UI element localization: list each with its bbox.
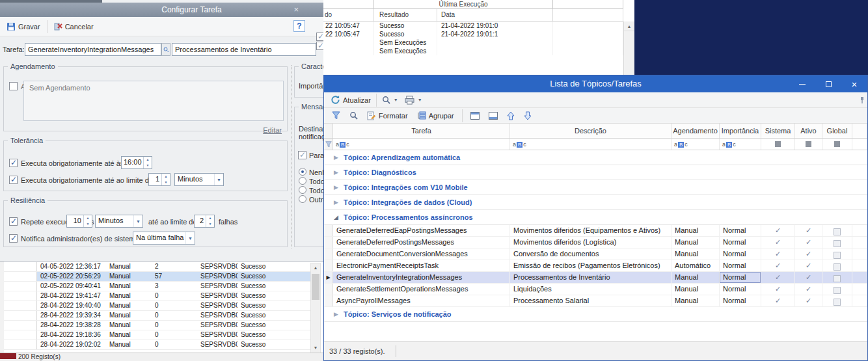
expand-icon[interactable]: ▶ xyxy=(334,169,338,176)
table-row[interactable]: GenerateSettlementOperationsMessages Liq… xyxy=(324,284,867,295)
table-row[interactable]: 28-04-2022 19:38:28 Manual 0 SEPSRVDB01 … xyxy=(4,321,310,330)
edit-schedule-link[interactable]: Editar xyxy=(263,126,282,134)
minimize-button[interactable] xyxy=(789,75,815,92)
table-row[interactable]: 28-04-2022 19:02:02 Manual 0 SEPSRVDB01 … xyxy=(4,340,310,350)
table-row[interactable]: 04-05-2022 12:36:17 Manual 2 SEPSRVDB01 … xyxy=(4,262,310,272)
scrollbar-thumb[interactable] xyxy=(312,274,319,300)
clipped-checkbox-ativo[interactable] xyxy=(316,42,323,50)
ativo-checkbox[interactable]: ✓ xyxy=(795,260,822,271)
scroll-down-icon[interactable]: ▼ xyxy=(311,343,320,353)
find-button[interactable] xyxy=(347,110,360,121)
limit-checkbox[interactable] xyxy=(9,176,18,184)
failures-spinner[interactable]: 2 ▲▼ xyxy=(194,215,215,228)
table-row-selected[interactable]: 02-05-2022 20:56:29 Manual 57 SEPSRVDB01… xyxy=(4,272,310,282)
table-row[interactable]: ElectronicPaymentReceiptsTask Emissão de… xyxy=(324,260,867,272)
expand-icon[interactable]: ▶ xyxy=(334,184,338,191)
exec-row[interactable]: Sem Execuções xyxy=(323,47,623,55)
refresh-button[interactable]: Atualizar xyxy=(328,94,373,106)
table-row[interactable]: GenerateDeferredPostingsMessages Movimen… xyxy=(324,237,867,248)
collapse-icon[interactable]: ◢ xyxy=(334,214,338,221)
table-row[interactable]: 28-04-2022 19:41:47 Manual 0 SEPSRVDB01 … xyxy=(4,291,310,301)
scroll-up-icon[interactable]: ▲ xyxy=(311,263,320,273)
print-button[interactable]: ▼ xyxy=(402,94,425,106)
limit-unit-dropdown[interactable]: Minutos ▼ xyxy=(174,173,224,186)
global-checkbox[interactable] xyxy=(822,248,852,260)
notify-mode-dropdown[interactable]: Na última falha ▼ xyxy=(133,232,195,245)
spin-down-icon[interactable]: ▼ xyxy=(162,180,170,185)
spin-down-icon[interactable]: ▼ xyxy=(206,221,214,227)
table-row[interactable]: 28-04-2022 19:40:40 Manual 0 SEPSRVDB01 … xyxy=(4,301,310,311)
chevron-down-icon[interactable]: ▼ xyxy=(214,174,223,185)
deadline-time-spinner[interactable]: 16:00 ▲▼ xyxy=(121,156,152,169)
expand-icon[interactable]: ▶ xyxy=(334,154,338,161)
chevron-down-icon[interactable]: ▼ xyxy=(185,232,195,244)
column-header-tarefa[interactable]: Tarefa xyxy=(333,124,510,138)
window-titlebar[interactable]: Lista de Tópicos/Tarefas × xyxy=(324,75,867,92)
exec-col-partial[interactable]: do xyxy=(323,9,374,21)
chevron-down-icon[interactable]: ▼ xyxy=(418,98,422,102)
filter-cell-agendamento[interactable]: aBc xyxy=(671,139,720,150)
filter-cell-global[interactable] xyxy=(822,139,852,150)
group-button[interactable]: Agrupar xyxy=(414,110,457,121)
sistema-checkbox[interactable]: ✓ xyxy=(761,284,795,295)
column-header-descricao[interactable]: Descrição xyxy=(510,124,671,138)
task-description-input[interactable]: Processamentos de Inventário xyxy=(172,43,316,56)
ativo-checkbox[interactable]: ✓ xyxy=(795,295,822,306)
global-checkbox[interactable] xyxy=(822,260,852,271)
spin-down-icon[interactable]: ▼ xyxy=(84,221,92,227)
filter-button[interactable] xyxy=(329,110,343,121)
panel-pin[interactable] xyxy=(860,96,865,104)
table-row-selected[interactable]: ▶ GenerateInventoryIntegrationMessages P… xyxy=(324,272,867,284)
option-checkbox[interactable] xyxy=(298,151,306,159)
history-scrollbar[interactable]: ▲ ▼ xyxy=(310,263,321,353)
format-button[interactable]: Formatar xyxy=(364,110,411,122)
show-group-panel-button[interactable] xyxy=(468,111,482,121)
sistema-checkbox[interactable]: ✓ xyxy=(761,260,795,271)
spin-up-icon[interactable]: ▲ xyxy=(206,215,214,221)
exec-col-resultado[interactable]: Resultado xyxy=(374,9,437,21)
radio-outros[interactable] xyxy=(299,195,306,203)
help-button[interactable]: ? xyxy=(293,20,305,32)
show-footer-panel-button[interactable] xyxy=(486,111,500,121)
group-row[interactable]: ▶ Tópico: Aprendizagem automática xyxy=(324,150,867,165)
ativo-checkbox[interactable]: ✓ xyxy=(795,225,822,236)
global-checkbox[interactable] xyxy=(822,225,852,236)
exec-row[interactable]: 22 10:05:47 Sucesso 21-04-2022 19:01:1 xyxy=(323,30,623,38)
global-checkbox[interactable] xyxy=(822,284,852,295)
dialog-titlebar[interactable]: Configurar Tarefa × xyxy=(0,3,323,17)
column-header-agendamento[interactable]: Agendamento xyxy=(671,124,720,138)
search-button[interactable]: ▼ xyxy=(379,94,401,105)
ativo-checkbox[interactable] xyxy=(9,82,18,90)
global-checkbox[interactable] xyxy=(822,237,852,248)
filter-cell-importancia[interactable]: aBc xyxy=(720,139,761,150)
radio-todos-2[interactable] xyxy=(299,186,306,194)
table-row[interactable]: AsyncPayrollMessages Processamento Salar… xyxy=(324,295,867,307)
exec-col-data[interactable]: Data xyxy=(437,9,553,21)
table-row[interactable]: 28-04-2022 19:18:36 Manual 0 SEPSRVDB01 … xyxy=(4,330,310,340)
radio-nenhum[interactable] xyxy=(299,168,306,176)
group-row[interactable]: ▶ Tópico: Serviços de notificação xyxy=(324,307,867,322)
exec-scrollbar[interactable]: ▲ xyxy=(623,21,634,75)
expand-icon[interactable]: ▶ xyxy=(334,311,338,317)
close-button[interactable]: × xyxy=(841,75,867,92)
retry-checkbox[interactable] xyxy=(9,217,18,226)
ativo-checkbox[interactable]: ✓ xyxy=(795,284,822,295)
ativo-checkbox[interactable]: ✓ xyxy=(795,237,822,248)
spin-up-icon[interactable]: ▲ xyxy=(162,174,170,180)
sistema-checkbox[interactable]: ✓ xyxy=(761,225,795,236)
close-icon[interactable]: × xyxy=(293,5,299,14)
column-header-sistema[interactable]: Sistema xyxy=(761,124,795,138)
clipped-checkbox-sistema[interactable] xyxy=(316,33,323,41)
spin-up-icon[interactable]: ▲ xyxy=(84,215,92,221)
group-row[interactable]: ▶ Tópico: Integrações de dados (Cloud) xyxy=(324,195,867,210)
task-lookup-button[interactable] xyxy=(161,43,170,56)
exec-row[interactable]: 22 10:05:47 Sucesso 21-04-2022 19:01:0 xyxy=(323,21,623,30)
filter-cell-descricao[interactable]: aBc xyxy=(510,139,671,150)
table-row[interactable]: 02-05-2022 09:40:41 Manual 3 SEPSRVDB01 … xyxy=(4,282,310,291)
deadline-checkbox[interactable] xyxy=(9,159,18,167)
limit-value-spinner[interactable]: 1 ▲▼ xyxy=(148,173,170,186)
sistema-checkbox[interactable]: ✓ xyxy=(761,248,795,260)
column-header-ativo[interactable]: Ativo xyxy=(795,124,822,138)
column-header-importancia[interactable]: Importância xyxy=(720,124,761,138)
maximize-button[interactable] xyxy=(815,75,841,92)
